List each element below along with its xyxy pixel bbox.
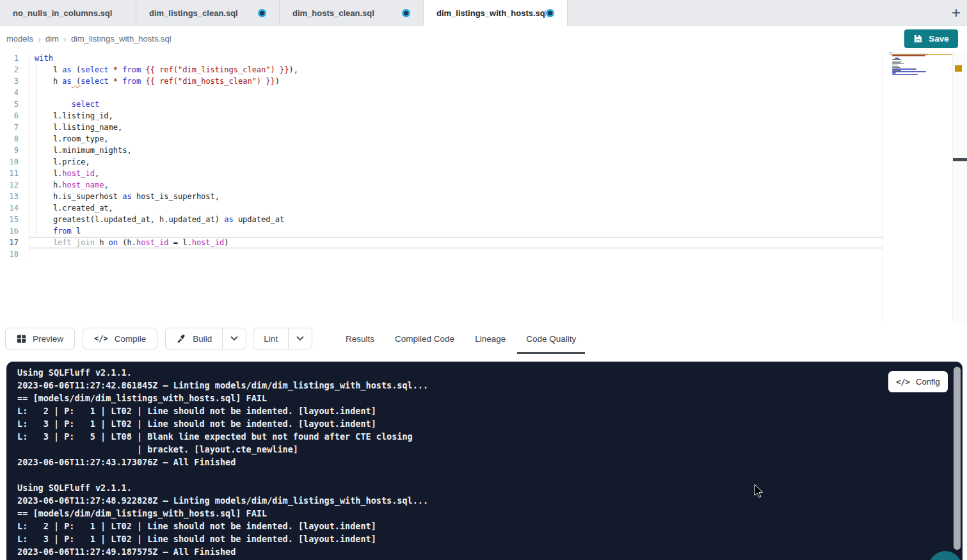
code-line[interactable]: 6 l.listing_id, [0, 110, 883, 122]
code-text: left join h on (h.host_id = l.host_id) [29, 237, 883, 248]
code-line[interactable]: 2 l as (select * from {{ ref("dim_listin… [0, 64, 883, 76]
code-text: l.listing_name, [29, 122, 883, 133]
indent-guide [36, 64, 36, 237]
build-dropdown-button[interactable] [222, 328, 246, 349]
code-line[interactable]: 11 l.host_id, [0, 168, 883, 179]
code-text [29, 248, 883, 260]
code-line[interactable]: 10 l.price, [0, 156, 883, 168]
terminal-line: Using SQLFluff v2.1.1. [17, 366, 428, 379]
code-line[interactable]: 9 l.minimum_nights, [0, 145, 883, 156]
code-line[interactable]: 3 h as (select * from {{ ref("dim_hosts_… [0, 76, 883, 87]
code-text: l as (select * from {{ ref("dim_listings… [29, 64, 883, 76]
preview-button[interactable]: Preview [5, 328, 75, 349]
panel-tab-lineage[interactable]: Lineage [466, 323, 515, 354]
warning-marker [955, 65, 962, 72]
terminal-line: L: 2 | P: 1 | LT02 | Line should not be … [17, 520, 428, 532]
terminal-line: L: 3 | P: 5 | LT08 | Blank line expected… [17, 430, 428, 443]
code-text: with [29, 52, 883, 64]
line-number: 14 [0, 202, 29, 214]
save-button[interactable]: Save [904, 29, 958, 48]
panel-tab-code-quality[interactable]: Code Quality [517, 323, 585, 354]
code-line[interactable]: 18 [0, 248, 883, 260]
editor-divider [883, 51, 883, 323]
terminal-line: 2023-06-06T11:27:43.173076Z — All Finish… [17, 456, 428, 468]
chevron-right-icon: › [38, 33, 41, 44]
panel-tab-results[interactable]: Results [337, 323, 383, 354]
terminal-line: L: 3 | P: 1 | LT02 | Line should not be … [17, 417, 428, 430]
line-number: 16 [0, 225, 29, 237]
tab-label: dim_listings_clean.sql [149, 8, 238, 18]
compile-button[interactable]: </> Compile [83, 328, 157, 349]
line-number: 13 [0, 191, 29, 202]
panel-tab-compiled-code[interactable]: Compiled Code [386, 323, 463, 354]
code-text: l.minimum_nights, [29, 145, 883, 156]
editor-tab-no-nulls-in-columns[interactable]: no_nulls_in_columns.sql [0, 0, 136, 26]
breadcrumb-item[interactable]: dim_listings_with_hosts.sql [71, 34, 172, 44]
code-text: h.is_superhost as host_is_superhost, [29, 191, 883, 202]
build-button-group: Build [165, 328, 246, 349]
terminal-scrollbar[interactable] [954, 367, 961, 550]
lint-button-group: Lint [253, 328, 312, 349]
line-number: 11 [0, 168, 29, 179]
modified-dot-icon [258, 9, 266, 17]
minimap[interactable] [890, 52, 952, 79]
help-fab-button[interactable] [929, 551, 962, 560]
breadcrumb-item[interactable]: dim [45, 34, 59, 44]
terminal-output: Using SQLFluff v2.1.1.2023-06-06T11:27:4… [17, 366, 428, 558]
file-header-row: models›dim›dim_listings_with_hosts.sql S… [0, 26, 967, 51]
line-number: 7 [0, 122, 29, 133]
code-line[interactable]: 17 left join h on (h.host_id = l.host_id… [0, 237, 883, 248]
code-editor[interactable]: 1with2 l as (select * from {{ ref("dim_l… [0, 51, 967, 323]
line-number: 1 [0, 52, 29, 64]
editor-scrollbar-marker[interactable] [953, 158, 967, 161]
lint-dropdown-button[interactable] [288, 328, 312, 349]
code-line[interactable]: 13 h.is_superhost as host_is_superhost, [0, 191, 883, 202]
code-line[interactable]: 7 l.listing_name, [0, 122, 883, 133]
code-text: l.price, [29, 156, 883, 168]
code-line[interactable]: 12 h.host_name, [0, 179, 883, 191]
terminal-line: Using SQLFluff v2.1.1. [17, 481, 428, 494]
breadcrumb: models›dim›dim_listings_with_hosts.sql [6, 33, 172, 44]
preview-grid-icon [17, 334, 26, 344]
breadcrumb-item[interactable]: models [6, 34, 33, 44]
code-text: h.host_name, [29, 179, 883, 191]
line-number: 12 [0, 179, 29, 191]
code-lines: 1with2 l as (select * from {{ ref("dim_l… [0, 52, 883, 260]
lint-label: Lint [264, 334, 278, 344]
new-tab-button[interactable]: + [945, 0, 967, 26]
code-line[interactable]: 5 select [0, 99, 883, 110]
code-icon: </> [896, 378, 910, 387]
modified-dot-icon [546, 9, 554, 17]
code-text [29, 87, 883, 99]
terminal-line: == [models/dim/dim_listings_with_hosts.s… [17, 507, 428, 520]
config-button[interactable]: </> Config [888, 371, 948, 392]
lint-button[interactable]: Lint [253, 328, 288, 349]
code-line[interactable]: 16 from l [0, 225, 883, 237]
terminal-line: 2023-06-06T11:27:42.861845Z — Linting mo… [17, 379, 428, 392]
dbt-ide-window: no_nulls_in_columns.sqldim_listings_clea… [0, 0, 967, 560]
code-text: l.room_type, [29, 133, 883, 145]
line-number: 17 [0, 237, 29, 248]
compile-label: Compile [115, 334, 147, 344]
build-label: Build [193, 334, 212, 344]
editor-tab-dim-listings-clean[interactable]: dim_listings_clean.sql [136, 0, 280, 26]
code-text: l.listing_id, [29, 110, 883, 122]
code-line[interactable]: 1with [0, 52, 883, 64]
code-text: h as (select * from {{ ref("dim_hosts_cl… [29, 76, 883, 87]
code-line[interactable]: 8 l.room_type, [0, 133, 883, 145]
code-line[interactable]: 4 [0, 87, 883, 99]
editor-tab-dim-listings-with-hosts[interactable]: dim_listings_with_hosts.sql [424, 0, 568, 26]
line-number: 15 [0, 214, 29, 225]
code-line[interactable]: 14 l.created_at, [0, 202, 883, 214]
line-number: 6 [0, 110, 29, 122]
code-line[interactable]: 15 greatest(l.updated_at, h.updated_at) … [0, 214, 883, 225]
terminal-line: L: 2 | P: 1 | LT02 | Line should not be … [17, 404, 428, 417]
code-text: from l [29, 225, 883, 237]
build-button[interactable]: Build [166, 328, 222, 349]
modified-dot-icon [402, 9, 410, 17]
line-number: 4 [0, 87, 29, 99]
editor-tab-dim-hosts-clean[interactable]: dim_hosts_clean.sql [280, 0, 424, 26]
editor-tab-bar: no_nulls_in_columns.sqldim_listings_clea… [0, 0, 967, 26]
terminal-line: 2023-06-06T11:27:48.922828Z — Linting mo… [17, 494, 428, 507]
line-number: 18 [0, 248, 29, 260]
